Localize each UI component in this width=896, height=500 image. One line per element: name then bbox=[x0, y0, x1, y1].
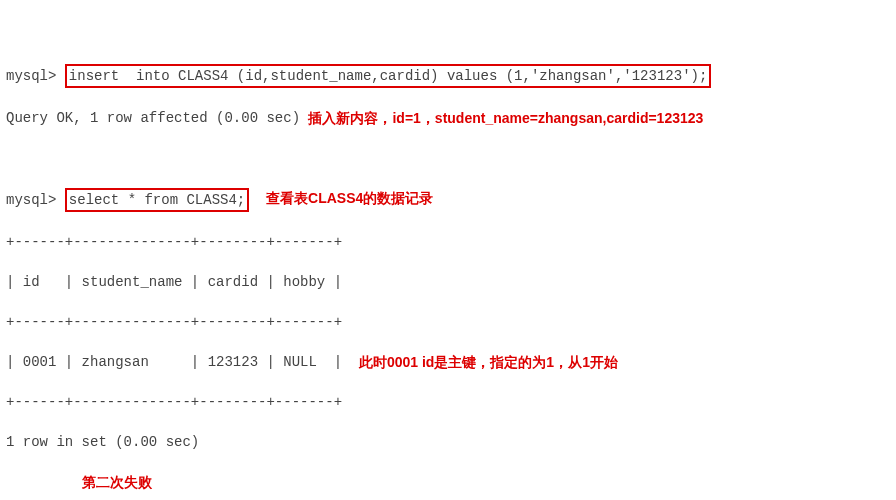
table1-border-bot: +------+--------------+--------+-------+ bbox=[6, 392, 890, 412]
annotation-second-fail-line: 第二次失败 bbox=[6, 472, 890, 492]
line-insert-1: mysql> insert into CLASS4 (id,student_na… bbox=[6, 64, 890, 88]
sql-select-1: select * from CLASS4; bbox=[65, 188, 249, 212]
table1-row1-text: | 0001 | zhangsan | 123123 | NULL | bbox=[6, 354, 342, 370]
annotation-row-pk: 此时0001 id是主键，指定的为1，从1开始 bbox=[359, 352, 618, 372]
table1-border-mid: +------+--------------+--------+-------+ bbox=[6, 312, 890, 332]
annotation-second-fail: 第二次失败 bbox=[82, 472, 152, 492]
rows-in-set-1: 1 row in set (0.00 sec) bbox=[6, 432, 890, 452]
table1-row-1: | 0001 | zhangsan | 123123 | NULL | 此时00… bbox=[6, 352, 890, 372]
table1-border-top: +------+--------------+--------+-------+ bbox=[6, 232, 890, 252]
result-ok-1: Query OK, 1 row affected (0.00 sec) bbox=[6, 110, 300, 126]
prompt: mysql> bbox=[6, 192, 56, 208]
prompt: mysql> bbox=[6, 68, 56, 84]
line-select-1: mysql> select * from CLASS4; 查看表CLASS4的数… bbox=[6, 188, 890, 212]
blank-1 bbox=[6, 148, 890, 168]
annotation-select-1: 查看表CLASS4的数据记录 bbox=[266, 188, 433, 208]
sql-insert-1: insert into CLASS4 (id,student_name,card… bbox=[65, 64, 712, 88]
annotation-insert-1: 插入新内容，id=1，student_name=zhangsan,cardid=… bbox=[308, 108, 703, 128]
line-ok-1: Query OK, 1 row affected (0.00 sec) 插入新内… bbox=[6, 108, 890, 128]
table1-header: | id | student_name | cardid | hobby | bbox=[6, 272, 890, 292]
